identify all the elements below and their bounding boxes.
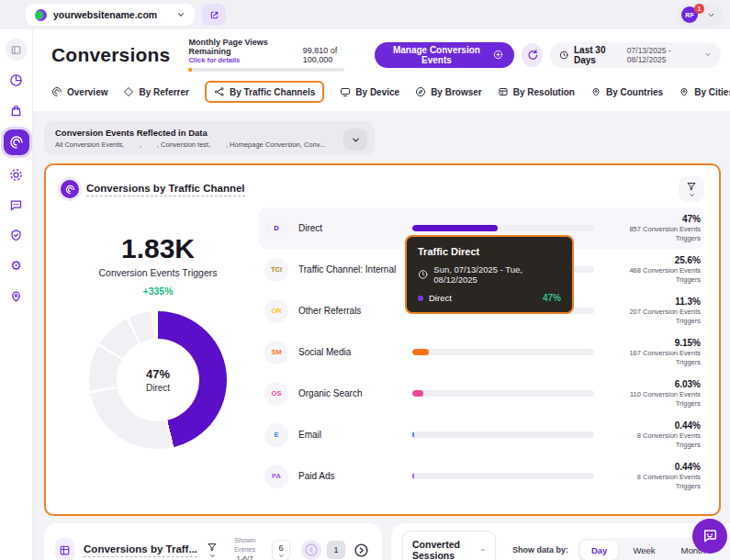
channel-label: Email <box>298 430 401 440</box>
donut-chart[interactable]: 47% Direct <box>89 311 227 449</box>
channel-count: 857 Conversion Events <box>605 225 701 233</box>
channel-row-email[interactable]: E Email 0.44% 8 Conversion Events Trigge… <box>259 414 704 455</box>
channel-percent: 47% <box>605 214 701 224</box>
table-controls-card: Conversions by Traff... Shown Entries 1-… <box>44 523 382 560</box>
tab-by-device[interactable]: By Device <box>340 86 399 97</box>
chat-face-icon <box>702 528 718 544</box>
collapse-sidebar-button[interactable] <box>6 39 28 61</box>
sidebar-item-ecommerce[interactable] <box>6 99 28 121</box>
channel-badge: E <box>264 423 288 447</box>
arrow-right-circle-icon <box>354 543 369 558</box>
funnel-icon <box>686 181 697 192</box>
pagination: 1 <box>301 540 371 560</box>
shield-check-icon <box>9 229 23 242</box>
manage-conversion-events-button[interactable]: Manage Conversion Events <box>375 42 515 68</box>
avatar-initials: RF <box>685 12 693 18</box>
date-range-picker[interactable]: Last 30 Days 07/13/2025 - 08/12/2025 <box>550 42 721 68</box>
open-website-button[interactable] <box>202 4 226 26</box>
channel-row-paid-ads[interactable]: PA Paid Ads 0.44% 8 Conversion Events Tr… <box>259 455 704 497</box>
sidebar-item-analytics[interactable] <box>6 69 28 91</box>
tooltip-series-value: 47% <box>543 293 561 303</box>
banner-title: Conversion Events Reflected in Data <box>55 128 338 138</box>
channel-row-organic-search[interactable]: OS Organic Search 6.03% 110 Conversion E… <box>259 373 704 414</box>
channel-count: 8 Conversion Events <box>605 473 701 481</box>
clock-icon <box>559 50 568 61</box>
channel-percent: 0.44% <box>605 462 701 472</box>
resolution-icon <box>498 86 509 97</box>
support-chat-button[interactable] <box>692 519 727 554</box>
page-header: Conversions Monthly Page Views Remaining… <box>33 29 730 75</box>
account-menu[interactable]: RF 1 <box>678 4 723 26</box>
card-title[interactable]: Conversions by Traffic Channel <box>86 183 245 196</box>
sidebar-item-locations[interactable] <box>6 285 28 307</box>
channel-unit: Triggers <box>605 441 701 449</box>
growth-percent: +335% <box>61 286 255 297</box>
quota-value: 99,810 of 100,000 <box>303 46 362 64</box>
avatar: RF 1 <box>681 6 698 23</box>
website-selector[interactable]: yourwebsitename.com <box>26 4 195 26</box>
shown-entries-label: Shown Entries <box>227 536 263 554</box>
channel-bar <box>412 473 594 479</box>
sidebar-item-settings[interactable]: ⚙ <box>6 254 28 276</box>
tab-label: Overview <box>67 87 107 97</box>
sessions-dropdown-value: Converted Sessions <box>412 539 464 560</box>
tab-by-traffic-channels[interactable]: By Traffic Channels <box>205 81 324 103</box>
quota-details-link[interactable]: Click for details <box>188 56 297 64</box>
series-dot-icon <box>418 296 423 301</box>
sidebar-item-feedback[interactable] <box>6 194 28 216</box>
external-link-icon <box>209 10 219 20</box>
tab-by-referrer[interactable]: By Referrer <box>123 86 188 97</box>
channel-unit: Triggers <box>605 275 701 284</box>
period-week[interactable]: Week <box>622 541 666 560</box>
expand-events-button[interactable] <box>343 129 367 151</box>
range-label: Last 30 Days <box>574 45 622 65</box>
tab-overview[interactable]: Overview <box>51 86 107 97</box>
tab-label: By Cities <box>694 87 730 97</box>
channel-unit: Triggers <box>605 358 701 366</box>
channel-unit: Triggers <box>605 234 701 242</box>
table-view-button[interactable] <box>55 538 74 560</box>
notification-badge: 1 <box>694 4 704 14</box>
funnel-icon <box>207 542 218 553</box>
tab-by-cities[interactable]: By Cities <box>679 86 730 97</box>
conversions-swirl-icon <box>9 135 24 150</box>
banner-subtitle: All Conversion Events, , , Conversion te… <box>55 140 338 149</box>
sidebar-item-conversions[interactable] <box>4 129 29 155</box>
period-day[interactable]: Day <box>580 541 618 560</box>
referrer-icon <box>123 86 134 97</box>
arrow-left-circle-icon <box>304 543 319 557</box>
quota-widget: Monthly Page Views Remaining Click for d… <box>188 38 361 72</box>
table-title[interactable]: Conversions by Traff... <box>84 543 197 557</box>
channel-bar <box>412 225 594 231</box>
tab-by-browser[interactable]: By Browser <box>415 86 482 97</box>
prev-page-button[interactable] <box>301 540 321 560</box>
chat-bubble-icon <box>9 198 23 212</box>
channel-percent: 6.03% <box>605 379 701 389</box>
channel-row-social-media[interactable]: SM Social Media 9.15% 167 Conversion Eve… <box>259 331 704 373</box>
table-filter-button[interactable] <box>207 542 218 559</box>
gear-icon: ⚙ <box>10 259 22 272</box>
next-page-button[interactable] <box>351 540 371 560</box>
device-icon <box>340 86 351 97</box>
donut-center-percent: 47% <box>146 367 170 381</box>
sidebar-item-audience[interactable] <box>6 163 28 185</box>
tab-by-resolution[interactable]: By Resolution <box>498 86 575 97</box>
chevron-down-icon <box>707 11 715 19</box>
current-page[interactable]: 1 <box>327 541 345 559</box>
total-triggers: 1.83K <box>61 233 255 264</box>
shopping-bag-icon <box>9 104 23 118</box>
converted-sessions-dropdown[interactable]: Converted Sessions <box>402 531 496 560</box>
tab-by-countries[interactable]: By Countries <box>590 86 663 97</box>
refresh-button[interactable] <box>522 43 542 67</box>
chevron-down-icon <box>209 553 216 559</box>
sidebar-item-privacy[interactable] <box>6 224 28 246</box>
tooltip-series-label: Direct <box>429 293 452 303</box>
shown-entries: Shown Entries 1-6/7 <box>227 536 263 560</box>
range-dates: 07/13/2025 - 08/12/2025 <box>627 46 700 64</box>
channel-label: Social Media <box>298 347 401 357</box>
page-size-select[interactable]: 6 <box>272 540 290 560</box>
quota-progress-bar <box>188 68 344 72</box>
panel-icon <box>10 44 22 56</box>
chart-filter-button[interactable] <box>679 176 704 202</box>
conversion-events-banner: Conversion Events Reflected in Data All … <box>44 121 375 155</box>
